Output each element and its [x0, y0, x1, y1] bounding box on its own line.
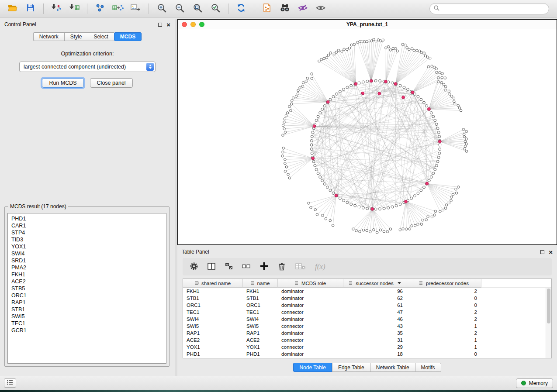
- deselect-all-button[interactable]: [242, 263, 251, 271]
- mcds-result-title: MCDS result (17 nodes): [8, 203, 68, 210]
- table-scrollbar[interactable]: [546, 288, 551, 358]
- float-panel-icon[interactable]: [158, 23, 162, 27]
- tab-style[interactable]: Style: [64, 32, 88, 41]
- mcds-result-item[interactable]: TID3: [8, 236, 166, 243]
- search-box[interactable]: [429, 3, 549, 14]
- criterion-dropdown[interactable]: largest connected component (undirected): [19, 62, 156, 72]
- network-from-table-button[interactable]: [110, 2, 126, 16]
- mcds-result-item[interactable]: YOX1: [8, 243, 166, 250]
- delete-column-button[interactable]: [277, 262, 286, 272]
- right-column: YPA_prune.txt_1 Table Panel ×: [177, 19, 557, 376]
- mcds-result-list[interactable]: PHD1CAR1STP4TID3YOX1SWI4SRD1PMA2FKH1ACE2…: [7, 213, 166, 364]
- tab-motifs[interactable]: Motifs: [415, 363, 441, 372]
- refresh-button[interactable]: [233, 2, 249, 16]
- table-row[interactable]: ORC1ORC1dominator610: [183, 302, 551, 309]
- tab-edge-table[interactable]: Edge Table: [332, 363, 370, 372]
- mcds-result-item[interactable]: PMA2: [8, 264, 166, 271]
- table-row[interactable]: SWI4SWI4dominator462: [183, 316, 551, 323]
- table-row[interactable]: STB1STB1dominator620: [183, 295, 551, 302]
- cell-shared-name: RAP1: [183, 330, 243, 336]
- zoom-out-button[interactable]: [171, 2, 188, 16]
- tab-select[interactable]: Select: [88, 32, 114, 41]
- column-header-name[interactable]: name: [243, 279, 278, 288]
- float-table-panel-icon[interactable]: [540, 250, 544, 254]
- column-label: name: [257, 281, 270, 286]
- refresh-icon: [237, 3, 246, 14]
- cell-predecessor-nodes: 2: [407, 316, 481, 322]
- table-panel-header: Table Panel ×: [177, 247, 557, 257]
- table-row[interactable]: PHD1PHD1dominator180: [183, 351, 551, 358]
- mcds-result-item[interactable]: SWI5: [8, 313, 166, 320]
- tab-network-table[interactable]: Network Table: [370, 363, 415, 372]
- cell-mcds-role: connector: [278, 323, 343, 329]
- table-row[interactable]: SWI5SWI5connector431: [183, 323, 551, 330]
- add-column-button[interactable]: [260, 262, 268, 272]
- clone-network-button[interactable]: [259, 2, 275, 16]
- mcds-result-item[interactable]: ORC1: [8, 292, 166, 299]
- mcds-result-item[interactable]: PHD1: [8, 215, 166, 222]
- mcds-result-item[interactable]: TEC1: [8, 320, 166, 327]
- task-history-button[interactable]: [4, 378, 16, 388]
- import-table-file-button[interactable]: [66, 2, 83, 16]
- show-all-button[interactable]: [312, 2, 329, 16]
- table-settings-button[interactable]: [190, 262, 198, 272]
- mcds-result-item[interactable]: FKH1: [8, 271, 166, 278]
- close-table-panel-icon[interactable]: ×: [549, 249, 553, 255]
- toolbar-separator: [254, 3, 254, 14]
- zoom-in-button[interactable]: [153, 2, 170, 16]
- column-header-mcds-role[interactable]: MCDS role: [278, 279, 343, 288]
- window-close-icon[interactable]: [182, 22, 187, 27]
- cell-mcds-role: connector: [278, 309, 343, 315]
- function-builder-button[interactable]: f(x): [315, 262, 325, 271]
- table-row[interactable]: ACE2ACE2connector311: [183, 337, 551, 344]
- tab-node-table[interactable]: Node Table: [293, 363, 332, 372]
- mcds-result-item[interactable]: SRD1: [8, 257, 166, 264]
- export-image-button[interactable]: [128, 2, 144, 16]
- close-panel-icon[interactable]: ×: [166, 21, 170, 28]
- delete-table-button[interactable]: [295, 263, 306, 271]
- network-window-titlebar[interactable]: YPA_prune.txt_1: [178, 20, 557, 29]
- mcds-result-item[interactable]: GCR1: [8, 327, 166, 334]
- import-network-icon: [51, 3, 62, 14]
- window-minimize-icon[interactable]: [190, 22, 196, 27]
- table-row[interactable]: RAP1RAP1dominator352: [183, 330, 551, 337]
- mcds-result-item[interactable]: RAP1: [8, 299, 166, 306]
- zoom-selected-button[interactable]: [207, 2, 224, 16]
- mcds-result-item[interactable]: STB5: [8, 285, 166, 292]
- table-row[interactable]: FKH1FKH1dominator962: [183, 288, 551, 295]
- table-panel-title: Table Panel: [182, 249, 209, 255]
- new-network-button[interactable]: [92, 2, 108, 16]
- scrollbar-thumb[interactable]: [547, 289, 550, 323]
- import-network-file-button[interactable]: [48, 2, 65, 16]
- open-file-button[interactable]: [4, 2, 21, 16]
- mcds-result-item[interactable]: SWI4: [8, 250, 166, 257]
- cell-successor-nodes: 35: [343, 330, 407, 336]
- mcds-result-item[interactable]: STP4: [8, 229, 166, 236]
- find-network-button[interactable]: [277, 2, 293, 16]
- run-mcds-button[interactable]: Run MCDS: [42, 78, 83, 88]
- column-header-successor-nodes[interactable]: successor nodes: [343, 279, 407, 288]
- save-button[interactable]: [22, 2, 39, 16]
- show-columns-button[interactable]: [208, 262, 216, 272]
- zoom-in-icon: [157, 3, 166, 14]
- cell-shared-name: TEC1: [183, 309, 243, 315]
- table-row[interactable]: TEC1TEC1connector472: [183, 309, 551, 316]
- column-header-predecessor-nodes[interactable]: predecessor nodes: [407, 279, 481, 288]
- tab-network[interactable]: Network: [33, 32, 64, 41]
- search-input[interactable]: [442, 6, 545, 12]
- mcds-result-item[interactable]: CAR1: [8, 222, 166, 229]
- select-all-button[interactable]: [225, 262, 233, 271]
- window-maximize-icon[interactable]: [199, 22, 204, 27]
- tab-mcds[interactable]: MCDS: [114, 32, 142, 41]
- table-row[interactable]: YOX1YOX1connector291: [183, 344, 551, 351]
- column-label: predecessor nodes: [426, 281, 469, 286]
- column-header-shared-name[interactable]: shared name: [183, 279, 243, 288]
- close-panel-button[interactable]: Close panel: [90, 78, 133, 88]
- zoom-fit-button[interactable]: [189, 2, 206, 16]
- network-canvas[interactable]: [178, 29, 557, 244]
- hide-selected-button[interactable]: [294, 2, 311, 16]
- mcds-result-item[interactable]: ACE2: [8, 278, 166, 285]
- mcds-result-item[interactable]: STB1: [8, 306, 166, 313]
- cell-name: ACE2: [243, 337, 278, 343]
- memory-button[interactable]: Memory: [516, 378, 553, 388]
